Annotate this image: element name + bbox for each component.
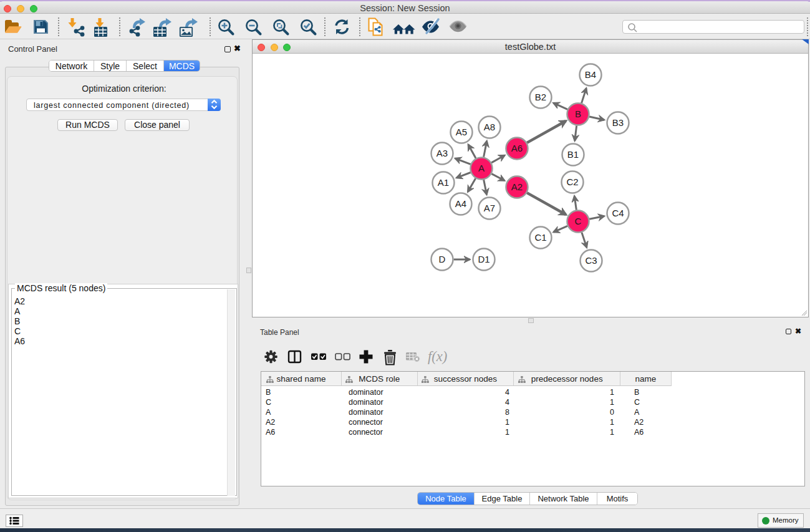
svg-text:A7: A7 [484, 203, 495, 213]
svg-text:C: C [575, 216, 582, 226]
svg-text:A6: A6 [511, 143, 523, 153]
svg-text:A: A [478, 163, 485, 173]
svg-text:A8: A8 [484, 122, 495, 132]
svg-text:A5: A5 [456, 127, 467, 137]
svg-text:C3: C3 [585, 255, 597, 266]
svg-text:B2: B2 [535, 92, 546, 102]
svg-text:C1: C1 [534, 232, 546, 243]
svg-text:B1: B1 [567, 149, 579, 160]
svg-text:D: D [439, 254, 446, 264]
svg-text:B4: B4 [585, 69, 596, 80]
svg-text:A4: A4 [455, 198, 466, 209]
svg-text:D1: D1 [478, 254, 489, 264]
svg-text:B: B [575, 109, 581, 119]
svg-text:B3: B3 [612, 117, 624, 128]
svg-text:A3: A3 [436, 148, 448, 158]
svg-text:A1: A1 [438, 177, 449, 188]
svg-text:A2: A2 [511, 181, 523, 192]
svg-text:C4: C4 [612, 208, 624, 218]
svg-text:f(x): f(x) [428, 349, 447, 364]
svg-text:C2: C2 [566, 177, 578, 187]
